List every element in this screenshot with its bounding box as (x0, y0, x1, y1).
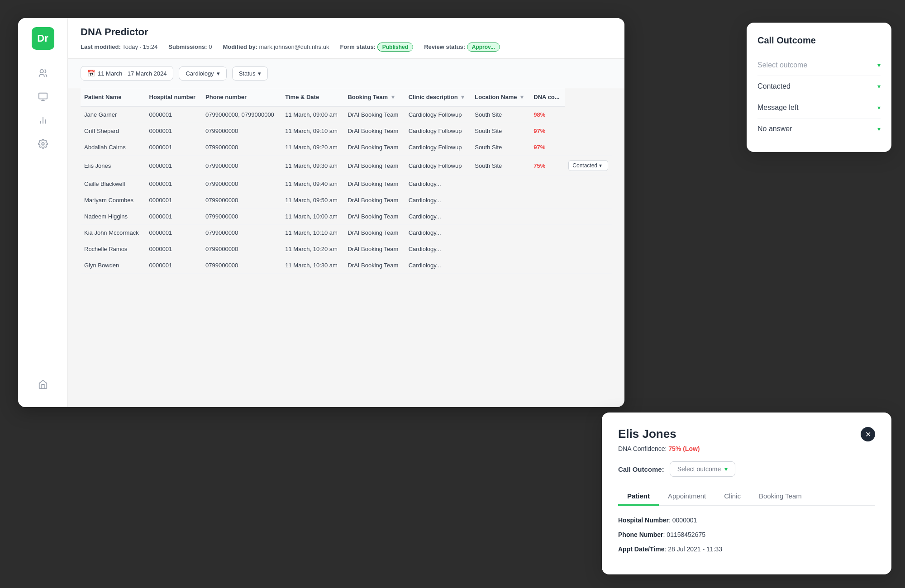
call-outcome-dropdown-label: Select outcome (677, 465, 721, 473)
location-cell: South Site (471, 156, 530, 176)
status-label: Status (239, 70, 256, 77)
time-cell: 11 March, 09:10 am (281, 123, 344, 139)
table-body: Jane Garner 0000001 0799000000, 07990000… (81, 106, 612, 274)
content-area: DNA Predictor Last modified: Today · 15:… (68, 18, 624, 407)
dna-confidence-row: DNA Confidence: 75% (Low) (618, 445, 875, 452)
filters-bar: 📅 11 March - 17 March 2024 Cardiology ▾ … (68, 59, 624, 88)
close-button[interactable]: ✕ (861, 427, 875, 441)
table-row[interactable]: Kia John Mccormack 0000001 0799000000 11… (81, 225, 612, 241)
table-header-row: Patient Name Hospital number Phone numbe… (81, 88, 612, 106)
date-range-filter[interactable]: 📅 11 March - 17 March 2024 (81, 66, 173, 81)
hospital-cell: 0000001 (146, 192, 202, 209)
outcome-message-left[interactable]: Message left ▾ (757, 97, 881, 119)
time-cell: 11 March, 10:10 am (281, 225, 344, 241)
tab-clinic[interactable]: Clinic (715, 488, 750, 506)
specialty-label: Cardiology (186, 70, 214, 77)
dna-value (530, 209, 565, 225)
contacted-select[interactable]: Contacted ▾ (568, 160, 608, 171)
dna-value (530, 257, 565, 274)
team-cell: DrAI Booking Team (344, 176, 405, 192)
chevron-down-icon-no-answer: ▾ (877, 125, 881, 133)
main-window: Dr DNA Predictor Last modified: Tod (18, 18, 624, 407)
patient-name: Elis Jones (618, 427, 676, 441)
patient-name-cell: Abdallah Cairns (81, 139, 146, 156)
patient-details-content: Hospital Number: 0000001 Phone Number: 0… (618, 517, 875, 553)
chevron-down-icon-contacted: ▾ (877, 83, 881, 90)
top-bar: DNA Predictor Last modified: Today · 15:… (68, 18, 624, 59)
patient-name-cell: Rochelle Ramos (81, 241, 146, 257)
clinic-cell: Cardiology Followup (405, 106, 472, 123)
specialty-filter[interactable]: Cardiology ▾ (179, 66, 226, 81)
location-cell (471, 225, 530, 241)
tab-patient[interactable]: Patient (618, 488, 659, 506)
sidebar-item-reports[interactable] (33, 110, 53, 130)
patient-name-cell: Kia John Mccormack (81, 225, 146, 241)
sidebar-item-settings[interactable] (33, 134, 53, 154)
location-cell (471, 241, 530, 257)
time-cell: 11 March, 09:40 am (281, 176, 344, 192)
team-cell: DrAI Booking Team (344, 106, 405, 123)
patient-tabs: Patient Appointment Clinic Booking Team (618, 488, 875, 506)
form-status-badge: Published (377, 43, 413, 52)
table-row[interactable]: Elis Jones 0000001 0799000000 11 March, … (81, 156, 612, 176)
hospital-cell: 0000001 (146, 139, 202, 156)
location-cell (471, 257, 530, 274)
table-row[interactable]: Rochelle Ramos 0000001 0799000000 11 Mar… (81, 241, 612, 257)
svg-point-0 (40, 70, 43, 73)
clinic-cell: Cardiology Followup (405, 156, 472, 176)
outcome-no-answer-label: No answer (757, 125, 792, 133)
tab-booking-team[interactable]: Booking Team (750, 488, 811, 506)
outcome-cell: Contacted ▾ (565, 156, 612, 176)
col-location: Location Name ▾ (471, 88, 530, 106)
outcome-no-answer[interactable]: No answer ▾ (757, 119, 881, 139)
table-row[interactable]: Abdallah Cairns 0000001 0799000000 11 Ma… (81, 139, 612, 156)
sidebar-item-analytics[interactable] (33, 87, 53, 107)
call-outcome-panel-title: Call Outcome (757, 35, 881, 46)
team-cell: DrAI Booking Team (344, 156, 405, 176)
hospital-cell: 0000001 (146, 257, 202, 274)
table-row[interactable]: Nadeem Higgins 0000001 0799000000 11 Mar… (81, 209, 612, 225)
phone-cell: 0799000000 (202, 139, 281, 156)
time-cell: 11 March, 10:20 am (281, 241, 344, 257)
app-title: DNA Predictor (81, 26, 612, 38)
time-cell: 11 March, 09:00 am (281, 106, 344, 123)
table-row[interactable]: Griff Shepard 0000001 0799000000 11 Marc… (81, 123, 612, 139)
sidebar-item-home[interactable] (33, 375, 53, 394)
calendar-icon: 📅 (87, 70, 95, 77)
dna-value: 75% (530, 156, 565, 176)
phone-number-row: Phone Number: 01158452675 (618, 531, 875, 538)
location-cell: South Site (471, 123, 530, 139)
dna-value: 98% (530, 106, 565, 123)
hospital-number-value: 0000001 (672, 517, 697, 524)
hospital-cell: 0000001 (146, 209, 202, 225)
outcome-contacted[interactable]: Contacted ▾ (757, 76, 881, 97)
location-cell (471, 209, 530, 225)
review-status: Review status: Approv... (424, 43, 500, 50)
team-cell: DrAI Booking Team (344, 225, 405, 241)
dna-value (530, 241, 565, 257)
hospital-number-row: Hospital Number: 0000001 (618, 517, 875, 524)
tab-appointment[interactable]: Appointment (659, 488, 715, 506)
phone-cell: 0799000000 (202, 257, 281, 274)
status-filter[interactable]: Status ▾ (232, 66, 268, 81)
time-cell: 11 March, 10:30 am (281, 257, 344, 274)
table-row[interactable]: Mariyam Coombes 0000001 0799000000 11 Ma… (81, 192, 612, 209)
clinic-cell: Cardiology... (405, 209, 472, 225)
hospital-number-label: Hospital Number (618, 517, 669, 524)
patient-name-cell: Elis Jones (81, 156, 146, 176)
patients-table-container: Patient Name Hospital number Phone numbe… (68, 88, 624, 407)
dna-value: 97% (530, 123, 565, 139)
sidebar-item-users[interactable] (33, 63, 53, 83)
chevron-down-icon: ▾ (877, 62, 881, 69)
call-outcome-field-label: Call Outcome: (618, 465, 664, 473)
meta-bar: Last modified: Today · 15:24 Submissions… (81, 43, 612, 50)
phone-number-value: 01158452675 (667, 531, 705, 538)
table-row[interactable]: Glyn Bowden 0000001 0799000000 11 March,… (81, 257, 612, 274)
call-outcome-dropdown[interactable]: Select outcome ▾ (670, 461, 736, 477)
table-row[interactable]: Jane Garner 0000001 0799000000, 07990000… (81, 106, 612, 123)
patient-name-cell: Jane Garner (81, 106, 146, 123)
table-row[interactable]: Caille Blackwell 0000001 0799000000 11 M… (81, 176, 612, 192)
time-cell: 11 March, 10:00 am (281, 209, 344, 225)
app-logo: Dr (32, 27, 54, 50)
outcome-select-placeholder[interactable]: Select outcome ▾ (757, 55, 881, 76)
